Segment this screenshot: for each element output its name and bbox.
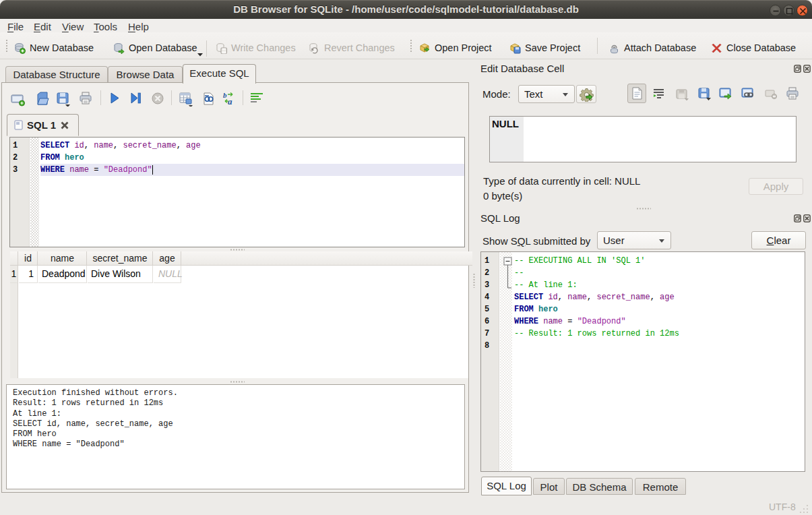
svg-text:b: b [223, 91, 227, 99]
svg-text:a: a [228, 96, 232, 106]
